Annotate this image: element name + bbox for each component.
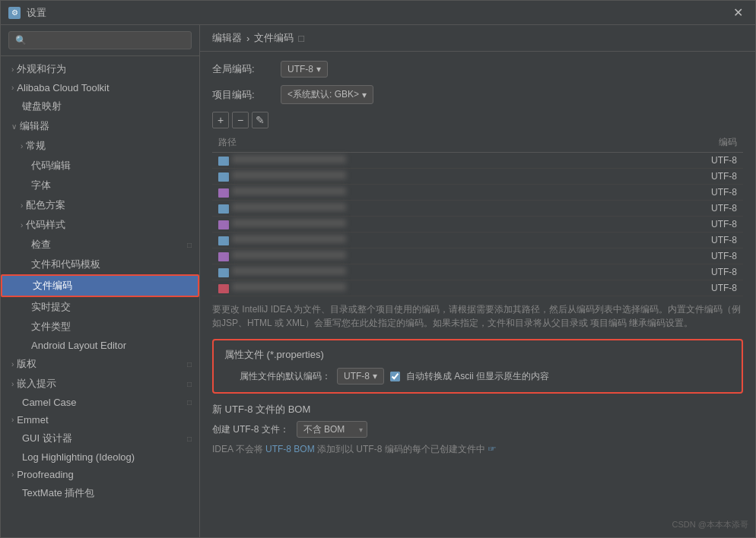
folder-icon — [218, 236, 229, 245]
table-row[interactable]: UTF-8 — [212, 185, 743, 201]
dropdown-arrow-icon: ▾ — [316, 64, 321, 74]
file-encoding-table-container: 路径 编码 UTF-8 UTF-8 — [212, 133, 743, 296]
arrow-icon: ∨ — [11, 122, 17, 131]
sidebar-item-textmate[interactable]: TextMate 插件包 — [1, 483, 199, 503]
path-value — [232, 283, 346, 291]
settings-window: ⚙ 设置 ✕ › 外观和行为 › Alibaba Cloud Toolkit — [0, 0, 756, 538]
bom-create-label: 创建 UTF-8 文件： — [212, 423, 289, 436]
folder-icon — [218, 204, 229, 214]
sidebar-item-label: 文件编码 — [22, 279, 72, 293]
default-encoding-label: 属性文件的默认编码： — [240, 370, 331, 383]
sidebar-item-keymap[interactable]: 键盘映射 — [1, 97, 199, 116]
ascii-checkbox[interactable] — [390, 372, 400, 381]
table-row[interactable]: UTF-8 — [212, 201, 743, 217]
sidebar-item-code-style[interactable]: › 代码样式 — [1, 215, 199, 235]
path-value — [232, 219, 346, 227]
table-row[interactable]: UTF-8 — [212, 280, 743, 296]
sidebar-item-camel-case[interactable]: Camel Case □ — [1, 394, 199, 411]
project-encoding-select[interactable]: <系统默认: GBK> ▾ — [281, 85, 373, 104]
close-button[interactable]: ✕ — [729, 4, 748, 21]
window-title: 设置 — [27, 6, 729, 20]
folder-icon — [218, 157, 229, 166]
sidebar-item-label: 配色方案 — [26, 198, 65, 212]
add-button[interactable]: + — [212, 112, 229, 128]
edit-button[interactable]: ✎ — [252, 112, 268, 128]
watermark: CSDN @本本本添哥 — [672, 519, 748, 530]
sidebar-item-label: 检查 — [21, 238, 51, 252]
sidebar-item-inspections[interactable]: 检查 □ — [1, 235, 199, 255]
bom-select-wrapper: 不含 BOM 含 BOM — [297, 421, 367, 438]
path-value — [232, 155, 346, 163]
sidebar-item-label: Alibaba Cloud Toolkit — [17, 82, 109, 93]
sidebar-item-code-editing[interactable]: 代码编辑 — [1, 156, 199, 176]
sidebar-item-file-template[interactable]: 文件和代码模板 — [1, 255, 199, 274]
search-input[interactable] — [8, 31, 192, 49]
sidebar-item-proofreading[interactable]: › Proofreading — [1, 466, 199, 483]
badge-copyright: □ — [187, 360, 192, 369]
folder-icon — [218, 268, 229, 277]
sidebar-item-general[interactable]: › 常规 — [1, 136, 199, 156]
sidebar-item-copyright[interactable]: › 版权 □ — [1, 354, 199, 374]
folder-icon — [218, 252, 229, 261]
sidebar-item-file-types[interactable]: 文件类型 — [1, 317, 199, 337]
sidebar-item-label: Proofreading — [17, 469, 73, 480]
arrow-icon: › — [21, 221, 23, 229]
sidebar-item-inline-hints[interactable]: › 嵌入提示 □ — [1, 374, 199, 394]
properties-section: 属性文件 (*.properties) 属性文件的默认编码： UTF-8 ▾ 自… — [212, 339, 743, 394]
arrow-icon: › — [11, 84, 14, 92]
sidebar-item-editor[interactable]: ∨ 编辑器 — [1, 116, 199, 136]
folder-icon — [218, 172, 229, 182]
path-value — [232, 235, 346, 243]
sidebar-item-label: 代码编辑 — [21, 159, 71, 172]
title-bar: ⚙ 设置 ✕ — [1, 1, 755, 25]
sidebar-item-label: 外观和行为 — [17, 62, 66, 76]
sidebar-item-label: Android Layout Editor — [21, 340, 126, 351]
sidebar-item-android-layout[interactable]: Android Layout Editor — [1, 337, 199, 354]
col-encoding: 编码 — [630, 133, 743, 153]
bom-section: 新 UTF-8 文件的 BOM 创建 UTF-8 文件： 不含 BOM 含 BO… — [212, 403, 743, 456]
arrow-icon: › — [11, 65, 14, 74]
arrow-icon: › — [11, 470, 14, 479]
table-row[interactable]: UTF-8 — [212, 233, 743, 248]
sidebar-item-todo[interactable]: 实时提交 — [1, 297, 199, 317]
remove-button[interactable]: − — [232, 112, 249, 128]
sidebar-item-label: 编辑器 — [20, 119, 49, 133]
bom-select[interactable]: 不含 BOM 含 BOM — [297, 421, 367, 438]
sidebar-item-label: 文件和代码模板 — [21, 258, 100, 271]
breadcrumb-part1: 编辑器 — [212, 31, 242, 45]
dropdown-arrow-icon: ▾ — [362, 90, 367, 100]
sidebar-item-file-encoding[interactable]: 文件编码 — [1, 274, 199, 297]
table-row[interactable]: UTF-8 — [212, 264, 743, 280]
sidebar-item-color-scheme[interactable]: › 配色方案 — [1, 195, 199, 215]
sidebar-item-appearance[interactable]: › 外观和行为 — [1, 59, 199, 79]
sidebar-item-label: 常规 — [26, 139, 46, 153]
sidebar-item-log-highlighting[interactable]: Log Highlighting (Ideolog) — [1, 448, 199, 466]
sidebar-item-emmet[interactable]: › Emmet — [1, 411, 199, 429]
path-value — [232, 187, 346, 195]
global-encoding-label: 全局编码: — [212, 62, 273, 76]
badge-inline-hints: □ — [187, 380, 192, 388]
sidebar-item-alibaba[interactable]: › Alibaba Cloud Toolkit — [1, 79, 199, 97]
table-row[interactable]: UTF-8 — [212, 169, 743, 185]
sidebar-item-gui-designer[interactable]: GUI 设计器 □ — [1, 429, 199, 448]
sidebar-item-label: 版权 — [17, 357, 37, 371]
col-path: 路径 — [212, 133, 630, 153]
default-encoding-select[interactable]: UTF-8 ▾ — [337, 368, 384, 385]
table-row[interactable]: UTF-8 — [212, 217, 743, 233]
main-content: › 外观和行为 › Alibaba Cloud Toolkit 键盘映射 ∨ 编… — [1, 25, 755, 537]
arrow-icon: › — [21, 142, 23, 150]
table-row[interactable]: UTF-8 — [212, 248, 743, 264]
breadcrumb-part2: 文件编码 — [254, 31, 294, 45]
global-encoding-select[interactable]: UTF-8 ▾ — [281, 61, 328, 78]
global-encoding-row: 全局编码: UTF-8 ▾ — [212, 61, 743, 78]
table-row[interactable]: UTF-8 — [212, 153, 743, 169]
window-icon: ⚙ — [8, 7, 21, 19]
project-encoding-row: 项目编码: <系统默认: GBK> ▾ — [212, 85, 743, 104]
sidebar-item-font[interactable]: 字体 — [1, 176, 199, 195]
sidebar-item-label: 键盘映射 — [11, 100, 62, 113]
breadcrumb: 编辑器 › 文件编码 □ — [200, 25, 755, 52]
sidebar-item-label: Emmet — [17, 414, 48, 426]
utf8-bom-link[interactable]: UTF-8 BOM — [265, 444, 315, 454]
sidebar-item-label: Log Highlighting (Ideolog) — [11, 451, 135, 463]
search-bar — [1, 25, 199, 56]
